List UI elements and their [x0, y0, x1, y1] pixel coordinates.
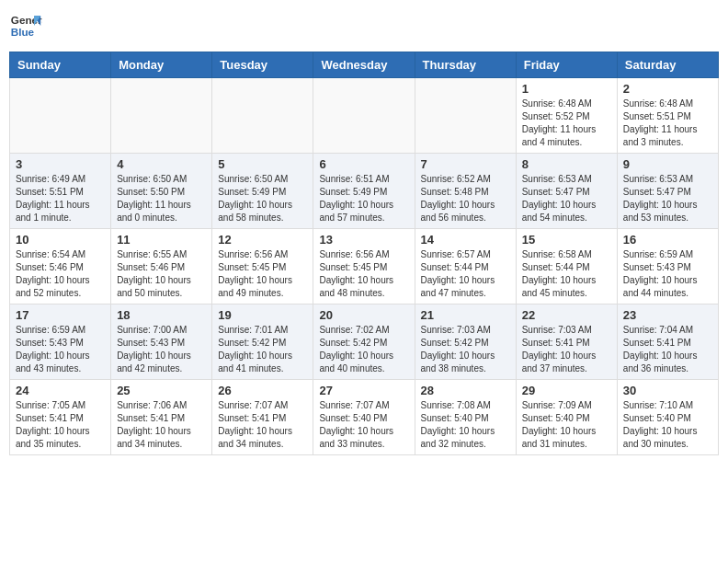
calendar-cell — [415, 78, 516, 154]
calendar-cell: 6Sunrise: 6:51 AMSunset: 5:49 PMDaylight… — [313, 154, 415, 229]
day-info: Sunrise: 6:53 AMSunset: 5:47 PMDaylight:… — [522, 173, 611, 224]
day-number: 13 — [319, 233, 408, 247]
day-info: Sunrise: 6:52 AMSunset: 5:48 PMDaylight:… — [421, 173, 510, 224]
day-number: 11 — [117, 233, 206, 247]
header-friday: Friday — [516, 52, 617, 78]
calendar-cell: 23Sunrise: 7:04 AMSunset: 5:41 PMDayligh… — [617, 304, 718, 380]
day-info: Sunrise: 6:57 AMSunset: 5:44 PMDaylight:… — [421, 248, 510, 300]
day-number: 17 — [16, 308, 105, 322]
day-info: Sunrise: 7:06 AMSunset: 5:41 PMDaylight:… — [117, 399, 206, 451]
day-info: Sunrise: 7:05 AMSunset: 5:41 PMDaylight:… — [16, 399, 105, 451]
calendar-cell: 20Sunrise: 7:02 AMSunset: 5:42 PMDayligh… — [313, 304, 415, 380]
calendar-header: SundayMondayTuesdayWednesdayThursdayFrid… — [10, 52, 719, 78]
calendar-cell — [10, 78, 111, 154]
calendar-cell: 11Sunrise: 6:55 AMSunset: 5:46 PMDayligh… — [111, 229, 212, 304]
day-info: Sunrise: 7:03 AMSunset: 5:41 PMDaylight:… — [522, 324, 611, 375]
calendar-cell: 30Sunrise: 7:10 AMSunset: 5:40 PMDayligh… — [617, 380, 718, 455]
day-info: Sunrise: 7:08 AMSunset: 5:40 PMDaylight:… — [421, 399, 510, 451]
day-info: Sunrise: 6:48 AMSunset: 5:51 PMDaylight:… — [623, 98, 712, 149]
day-number: 9 — [623, 157, 712, 171]
day-number: 21 — [421, 308, 510, 322]
day-info: Sunrise: 6:54 AMSunset: 5:46 PMDaylight:… — [16, 248, 105, 300]
calendar-cell: 16Sunrise: 6:59 AMSunset: 5:43 PMDayligh… — [617, 229, 718, 304]
calendar-cell: 24Sunrise: 7:05 AMSunset: 5:41 PMDayligh… — [10, 380, 111, 455]
page-header: General Blue — [9, 9, 719, 42]
day-number: 3 — [16, 157, 105, 171]
day-info: Sunrise: 7:09 AMSunset: 5:40 PMDaylight:… — [522, 399, 611, 451]
day-info: Sunrise: 6:56 AMSunset: 5:45 PMDaylight:… — [218, 248, 307, 300]
calendar-cell — [111, 78, 212, 154]
logo-icon: General Blue — [9, 9, 42, 42]
day-info: Sunrise: 7:03 AMSunset: 5:42 PMDaylight:… — [421, 324, 510, 375]
calendar-cell: 12Sunrise: 6:56 AMSunset: 5:45 PMDayligh… — [212, 229, 313, 304]
day-number: 15 — [522, 233, 611, 247]
calendar-cell: 18Sunrise: 7:00 AMSunset: 5:43 PMDayligh… — [111, 304, 212, 380]
calendar-cell — [313, 78, 415, 154]
day-number: 16 — [623, 233, 712, 247]
day-info: Sunrise: 6:58 AMSunset: 5:44 PMDaylight:… — [522, 248, 611, 300]
day-info: Sunrise: 6:48 AMSunset: 5:52 PMDaylight:… — [522, 98, 611, 149]
day-info: Sunrise: 7:07 AMSunset: 5:40 PMDaylight:… — [319, 399, 408, 451]
day-number: 26 — [218, 384, 307, 397]
day-info: Sunrise: 6:49 AMSunset: 5:51 PMDaylight:… — [16, 173, 105, 224]
svg-text:Blue: Blue — [11, 26, 35, 38]
calendar-cell: 2Sunrise: 6:48 AMSunset: 5:51 PMDaylight… — [617, 78, 718, 154]
day-number: 30 — [623, 384, 712, 397]
logo: General Blue — [9, 9, 42, 42]
day-info: Sunrise: 6:59 AMSunset: 5:43 PMDaylight:… — [623, 248, 712, 300]
day-number: 29 — [522, 384, 611, 397]
day-info: Sunrise: 6:59 AMSunset: 5:43 PMDaylight:… — [16, 324, 105, 375]
day-number: 23 — [623, 308, 712, 322]
day-info: Sunrise: 7:02 AMSunset: 5:42 PMDaylight:… — [319, 324, 408, 375]
calendar-cell: 14Sunrise: 6:57 AMSunset: 5:44 PMDayligh… — [415, 229, 516, 304]
day-info: Sunrise: 7:04 AMSunset: 5:41 PMDaylight:… — [623, 324, 712, 375]
day-number: 22 — [522, 308, 611, 322]
day-number: 7 — [421, 157, 510, 171]
header-saturday: Saturday — [617, 52, 718, 78]
day-number: 8 — [522, 157, 611, 171]
header-wednesday: Wednesday — [313, 52, 415, 78]
day-info: Sunrise: 7:07 AMSunset: 5:41 PMDaylight:… — [218, 399, 307, 451]
day-number: 28 — [421, 384, 510, 397]
day-info: Sunrise: 6:50 AMSunset: 5:49 PMDaylight:… — [218, 173, 307, 224]
calendar-body: 1Sunrise: 6:48 AMSunset: 5:52 PMDaylight… — [10, 78, 719, 455]
calendar-cell: 9Sunrise: 6:53 AMSunset: 5:47 PMDaylight… — [617, 154, 718, 229]
calendar-table: SundayMondayTuesdayWednesdayThursdayFrid… — [9, 52, 719, 455]
calendar-cell: 15Sunrise: 6:58 AMSunset: 5:44 PMDayligh… — [516, 229, 617, 304]
day-info: Sunrise: 7:01 AMSunset: 5:42 PMDaylight:… — [218, 324, 307, 375]
calendar-cell: 22Sunrise: 7:03 AMSunset: 5:41 PMDayligh… — [516, 304, 617, 380]
day-number: 10 — [16, 233, 105, 247]
calendar-cell: 10Sunrise: 6:54 AMSunset: 5:46 PMDayligh… — [10, 229, 111, 304]
calendar-cell: 7Sunrise: 6:52 AMSunset: 5:48 PMDaylight… — [415, 154, 516, 229]
day-info: Sunrise: 6:55 AMSunset: 5:46 PMDaylight:… — [117, 248, 206, 300]
day-info: Sunrise: 7:00 AMSunset: 5:43 PMDaylight:… — [117, 324, 206, 375]
day-number: 5 — [218, 157, 307, 171]
day-number: 2 — [623, 82, 712, 96]
day-number: 27 — [319, 384, 408, 397]
day-number: 4 — [117, 157, 206, 171]
calendar-cell: 21Sunrise: 7:03 AMSunset: 5:42 PMDayligh… — [415, 304, 516, 380]
calendar-cell: 17Sunrise: 6:59 AMSunset: 5:43 PMDayligh… — [10, 304, 111, 380]
day-number: 19 — [218, 308, 307, 322]
day-number: 18 — [117, 308, 206, 322]
day-number: 24 — [16, 384, 105, 397]
calendar-cell: 8Sunrise: 6:53 AMSunset: 5:47 PMDaylight… — [516, 154, 617, 229]
day-number: 6 — [319, 157, 408, 171]
day-info: Sunrise: 6:50 AMSunset: 5:50 PMDaylight:… — [117, 173, 206, 224]
header-sunday: Sunday — [10, 52, 111, 78]
day-info: Sunrise: 7:10 AMSunset: 5:40 PMDaylight:… — [623, 399, 712, 451]
calendar-cell: 25Sunrise: 7:06 AMSunset: 5:41 PMDayligh… — [111, 380, 212, 455]
day-number: 25 — [117, 384, 206, 397]
calendar-cell: 3Sunrise: 6:49 AMSunset: 5:51 PMDaylight… — [10, 154, 111, 229]
day-number: 14 — [421, 233, 510, 247]
day-number: 20 — [319, 308, 408, 322]
calendar-cell: 26Sunrise: 7:07 AMSunset: 5:41 PMDayligh… — [212, 380, 313, 455]
calendar-cell: 4Sunrise: 6:50 AMSunset: 5:50 PMDaylight… — [111, 154, 212, 229]
calendar-cell: 29Sunrise: 7:09 AMSunset: 5:40 PMDayligh… — [516, 380, 617, 455]
day-info: Sunrise: 6:56 AMSunset: 5:45 PMDaylight:… — [319, 248, 408, 300]
calendar-cell: 28Sunrise: 7:08 AMSunset: 5:40 PMDayligh… — [415, 380, 516, 455]
calendar-cell: 1Sunrise: 6:48 AMSunset: 5:52 PMDaylight… — [516, 78, 617, 154]
calendar-cell — [212, 78, 313, 154]
header-monday: Monday — [111, 52, 212, 78]
calendar-cell: 5Sunrise: 6:50 AMSunset: 5:49 PMDaylight… — [212, 154, 313, 229]
